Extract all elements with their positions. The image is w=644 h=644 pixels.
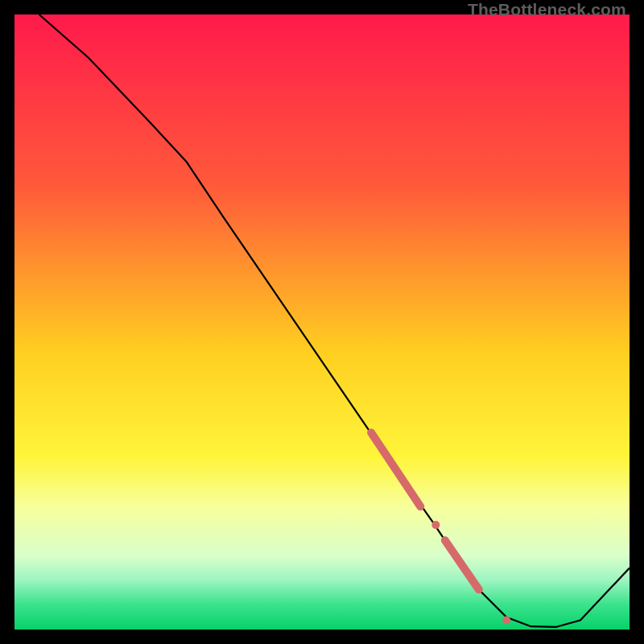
chart-svg [14, 14, 630, 630]
plot-area [14, 14, 630, 630]
marker-dot-mid [431, 521, 440, 529]
chart-frame: TheBottleneck.com [0, 0, 644, 644]
watermark-text: TheBottleneck.com [468, 0, 626, 19]
marker-dot-bottom [502, 617, 510, 625]
gradient-background [14, 14, 630, 630]
